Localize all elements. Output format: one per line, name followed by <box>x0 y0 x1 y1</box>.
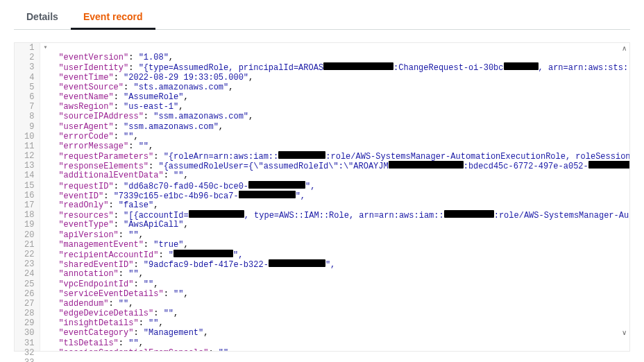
code-line: "addendum": "", <box>42 299 629 309</box>
scroll-up-icon[interactable]: ∧ <box>619 44 629 54</box>
code-line: "eventTime": "2022-08-29 19:33:05.000", <box>42 73 629 83</box>
redacted-block <box>248 181 305 189</box>
redacted-block <box>173 250 233 257</box>
code-editor: 1234567891011121314151617181920212223242… <box>14 42 630 352</box>
code-line: ▾ <box>42 43 629 53</box>
code-line: "tlsDetails": "", <box>42 338 629 348</box>
redacted-block <box>588 161 629 169</box>
code-line: "resources": "[{accountId=, type=AWS::IA… <box>42 210 629 220</box>
code-line: "eventCategory": "Management", <box>42 328 629 338</box>
code-line: "awsRegion": "us-east-1", <box>42 102 629 112</box>
code-line: "vpcEndpointId": "", <box>42 279 629 289</box>
redacted-block <box>389 161 464 169</box>
code-line: "eventSource": "sts.amazonaws.com", <box>42 83 629 92</box>
code-line: "insightDetails": "", <box>42 318 629 328</box>
code-line: "eventID": "7339c165-e1bc-4b96-bca7-", <box>42 191 629 200</box>
code-line: "sourceIPAddress": "ssm.amazonaws.com", <box>42 112 629 121</box>
code-line: "responseElements": "{assumedRoleUser={\… <box>42 161 629 171</box>
tab-details[interactable]: Details <box>14 4 71 29</box>
fold-icon[interactable]: ▾ <box>42 43 49 53</box>
tab-event-record[interactable]: Event record <box>71 4 155 30</box>
code-line: "eventVersion": "1.08", <box>42 53 629 62</box>
code-content: ▾"eventVersion": "1.08","userIdentity": … <box>40 43 629 351</box>
redacted-block <box>323 62 393 70</box>
code-line: "requestParameters": "{roleArn=arn:aws:i… <box>42 151 629 161</box>
scroll-down-icon[interactable]: ∨ <box>619 329 629 338</box>
code-line: "errorMessage": "", <box>42 141 629 151</box>
redacted-block <box>278 151 325 159</box>
redacted-block <box>444 210 494 218</box>
code-line: "sessionCredentialFromConsole": "" <box>42 348 629 351</box>
code-scroll-region[interactable]: ▾"eventVersion": "1.08","userIdentity": … <box>40 43 629 351</box>
code-line: "readOnly": "false", <box>42 200 629 210</box>
tab-bar: Details Event record <box>14 4 630 30</box>
code-line: "requestID": "dd6a8c70-fad0-450c-bce0-", <box>42 181 629 191</box>
code-line: "edgeDeviceDetails": "", <box>42 309 629 318</box>
code-line: "serviceEventDetails": "", <box>42 289 629 299</box>
line-number-gutter: 1234567891011121314151617181920212223242… <box>15 43 40 351</box>
code-line: "managementEvent": "true", <box>42 240 629 250</box>
code-line: "errorCode": "", <box>42 132 629 141</box>
code-line: "userIdentity": "{type=AssumedRole, prin… <box>42 62 629 72</box>
code-line: "annotation": "", <box>42 269 629 279</box>
redacted-block <box>239 191 296 198</box>
code-line: "additionalEventData": "", <box>42 171 629 180</box>
redacted-block <box>504 62 539 70</box>
code-line: "apiVersion": "", <box>42 230 629 240</box>
code-line: "sharedEventID": "9adcfac9-bdef-417e-b32… <box>42 259 629 269</box>
code-line: "eventType": "AwsApiCall", <box>42 220 629 230</box>
code-line: "eventName": "AssumeRole", <box>42 92 629 102</box>
redacted-block <box>269 259 325 267</box>
redacted-block <box>189 210 244 218</box>
code-line: "userAgent": "ssm.amazonaws.com", <box>42 122 629 132</box>
code-line: "recipientAccountId": "", <box>42 250 629 259</box>
